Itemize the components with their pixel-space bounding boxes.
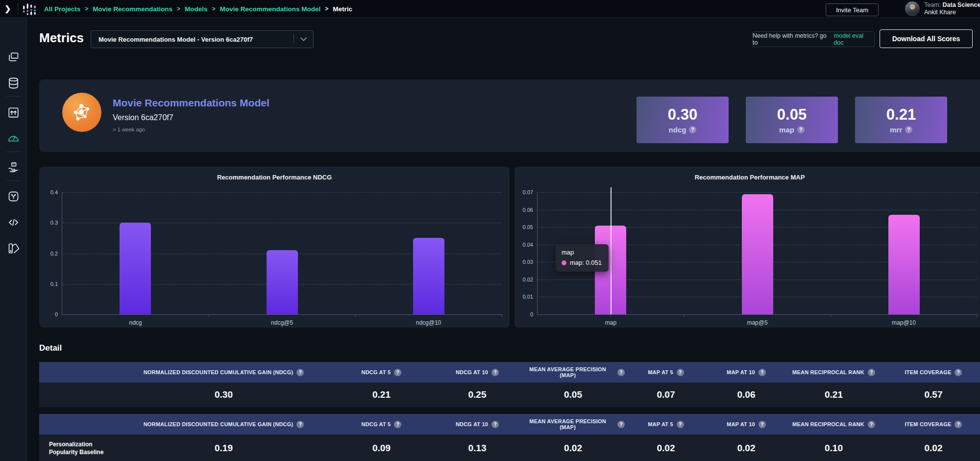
- y-axis-tick-label: 0.02: [523, 277, 533, 282]
- breadcrumb-separator: >: [85, 5, 88, 12]
- help-icon[interactable]: ?: [759, 421, 766, 428]
- reports-icon[interactable]: [7, 242, 20, 255]
- metric-value: 0.02: [707, 435, 785, 461]
- column-header: MEAN AVERAGE PRECISION (MAP)?: [521, 414, 625, 435]
- artifacts-icon[interactable]: [7, 190, 20, 203]
- column-header: NDCG AT 5?: [330, 414, 433, 435]
- column-header: NDCG AT 10?: [433, 414, 521, 435]
- help-icon[interactable]: ?: [491, 369, 499, 376]
- datasets-icon[interactable]: [7, 77, 20, 90]
- x-axis-tick-label: ndcg: [129, 319, 142, 326]
- x-axis-tick-label: ndcg@5: [271, 319, 293, 326]
- bar-ndcg@10[interactable]: [413, 238, 444, 314]
- y-axis-tick-label: 0: [530, 311, 533, 317]
- column-header: MEAN AVERAGE PRECISION (MAP)?: [521, 362, 625, 383]
- projects-icon[interactable]: [7, 51, 20, 64]
- y-axis-tick-label: 0: [55, 311, 58, 317]
- breadcrumb-current-metric: Metric: [333, 5, 352, 13]
- chart-map-panel: Recommendation Performance MAP 00.010.02…: [514, 167, 980, 328]
- help-icon[interactable]: ?: [394, 369, 401, 376]
- help-icon[interactable]: ?: [955, 421, 962, 428]
- column-header: MEAN RECIPROCAL RANK?: [785, 362, 882, 383]
- model-name[interactable]: Movie Recommendations Model: [113, 97, 270, 109]
- help-icon[interactable]: ?: [689, 126, 696, 133]
- metric-label: ndcg: [669, 126, 686, 134]
- team-label: Team:: [924, 1, 941, 8]
- summary-metric-ndcg: 0.30 ndcg?: [637, 97, 729, 143]
- comet-logo-icon[interactable]: [23, 2, 37, 18]
- help-icon[interactable]: ?: [296, 369, 304, 376]
- breadcrumb-separator: >: [212, 5, 216, 12]
- tooltip-value: map: 0.051: [570, 259, 602, 266]
- y-axis-tick-label: 0.06: [523, 207, 533, 213]
- metric-value: 0.19: [118, 435, 330, 461]
- chart-title: Recommendation Performance MAP: [514, 174, 980, 181]
- help-icon[interactable]: ?: [677, 369, 684, 376]
- model-registry-icon[interactable]: [7, 106, 20, 119]
- help-icon[interactable]: ?: [868, 421, 875, 428]
- detail-heading: Detail: [39, 343, 62, 353]
- column-header-label: NDCG AT 5: [362, 421, 391, 427]
- help-icon[interactable]: ?: [868, 369, 875, 376]
- x-axis-tick-label: map: [605, 319, 616, 326]
- help-icon[interactable]: ?: [955, 369, 962, 376]
- breadcrumb-models[interactable]: Models: [185, 5, 208, 13]
- bar-map@5[interactable]: [742, 194, 773, 314]
- help-icon[interactable]: ?: [617, 369, 625, 376]
- breadcrumb-project[interactable]: Movie Recommendations: [93, 5, 172, 13]
- sidebar-divider: [6, 180, 21, 181]
- model-summary-card: Movie Recommendations Model Version 6ca2…: [39, 79, 980, 152]
- model-eval-doc-link[interactable]: model eval doc: [834, 32, 874, 46]
- help-icon[interactable]: ?: [797, 126, 805, 133]
- column-header-label: MEAN RECIPROCAL RANK: [792, 421, 864, 427]
- metric-value: 0.02: [882, 435, 980, 461]
- user-avatar[interactable]: [905, 1, 920, 16]
- metric-value: 0.09: [330, 435, 433, 461]
- invite-team-button[interactable]: Invite Team: [826, 3, 879, 16]
- bar-ndcg@5[interactable]: [267, 250, 298, 314]
- breadcrumb-model[interactable]: Movie Recommendations Model: [220, 5, 321, 13]
- column-header-spacer: [39, 362, 118, 383]
- column-header: MAP AT 5?: [625, 414, 707, 435]
- help-icon[interactable]: ?: [759, 369, 766, 376]
- gridline: [538, 192, 977, 193]
- y-axis-tick-label: 0.3: [50, 220, 58, 226]
- download-all-scores-button[interactable]: Download All Scores: [880, 29, 973, 48]
- x-axis-tick-mark: [684, 314, 685, 317]
- help-icon[interactable]: ?: [491, 421, 499, 428]
- metric-value: 0.21: [886, 106, 916, 124]
- sidebar-expand-icon[interactable]: ❯: [4, 4, 11, 13]
- metric-value: 0.02: [521, 435, 625, 461]
- help-icon[interactable]: ?: [617, 421, 625, 428]
- x-axis-tick-mark: [209, 314, 209, 317]
- help-icon[interactable]: ?: [905, 126, 912, 133]
- breadcrumb-separator: >: [177, 5, 180, 12]
- code-panels-icon[interactable]: [7, 216, 20, 229]
- x-axis-tick-label: map@5: [747, 319, 767, 326]
- top-navigation-bar: ❯ All Projects > Movie Recommendations >…: [0, 0, 980, 18]
- model-version-dropdown[interactable]: Movie Recommendations Model - Version 6c…: [91, 30, 314, 48]
- column-header: NORMALIZED DISCOUNTED CUMULATIVE GAIN (N…: [118, 414, 330, 435]
- y-axis-tick-label: 0.2: [50, 251, 58, 256]
- model-version: Version 6ca270f7: [113, 113, 173, 122]
- column-header-label: NDCG AT 10: [456, 369, 488, 375]
- detail-table-model: NORMALIZED DISCOUNTED CUMULATIVE GAIN (N…: [39, 362, 980, 407]
- metric-value: 0.05: [777, 106, 807, 124]
- breadcrumb-all-projects[interactable]: All Projects: [44, 5, 80, 13]
- metric-value: 0.57: [882, 383, 980, 407]
- bar-map@10[interactable]: [888, 215, 920, 314]
- metric-value: 0.07: [625, 383, 707, 407]
- help-icon[interactable]: ?: [394, 421, 401, 428]
- model-monitoring-icon[interactable]: [7, 132, 20, 145]
- sidebar-divider: [6, 96, 21, 97]
- table-header-row: NORMALIZED DISCOUNTED CUMULATIVE GAIN (N…: [39, 414, 980, 435]
- help-icon[interactable]: ?: [296, 421, 304, 428]
- help-icon[interactable]: ?: [677, 421, 684, 428]
- y-axis-tick-label: 0.04: [523, 242, 533, 248]
- model-serving-icon[interactable]: [7, 161, 20, 174]
- model-updated-age: > 1 week ago: [113, 127, 145, 132]
- summary-metric-map: 0.05 map?: [746, 97, 838, 143]
- tooltip-title: map: [562, 249, 602, 256]
- bar-ndcg[interactable]: [120, 223, 151, 314]
- x-axis-tick-label: map@10: [892, 319, 916, 326]
